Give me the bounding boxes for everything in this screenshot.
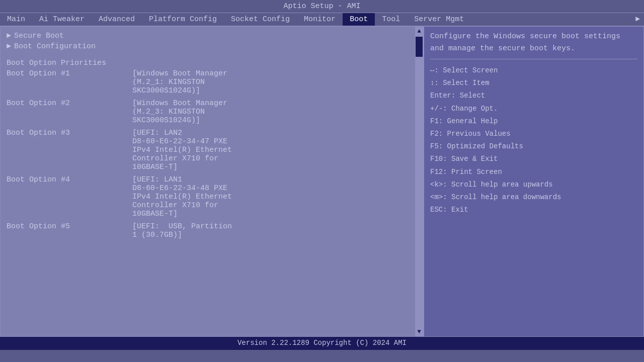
- key-help-item-1: ↕: Select Item: [430, 77, 637, 89]
- menu-label-1: Boot Configuration: [14, 42, 96, 51]
- boot-option-row-4[interactable]: Boot Option #5[UEFI: USB, Partition 1 (3…: [7, 222, 407, 239]
- key-help: ↔: Select Screen↕: Select ItemEnter: Sel…: [430, 64, 637, 216]
- boot-option-label-4: Boot Option #5: [7, 222, 132, 231]
- boot-option-label-3: Boot Option #4: [7, 175, 132, 184]
- boot-option-value-1: [Windows Boot Manager (M.2_3: KINGSTON S…: [132, 99, 407, 125]
- menu-label-0: Secure Boot: [14, 32, 64, 40]
- boot-option-label-0: Boot Option #1: [7, 69, 132, 78]
- nav-item-monitor[interactable]: Monitor: [297, 13, 343, 26]
- key-help-item-8: F12: Print Screen: [430, 166, 637, 178]
- key-help-item-4: F1: General Help: [430, 115, 637, 128]
- scrollbar: ▲ ▼: [415, 27, 423, 336]
- boot-option-label-1: Boot Option #2: [7, 99, 132, 108]
- menu-item-1[interactable]: ►Boot Configuration: [7, 41, 407, 52]
- key-help-item-0: ↔: Select Screen: [430, 64, 637, 77]
- footer: Version 2.22.1289 Copyright (C) 2024 AMI: [0, 337, 644, 350]
- nav-item-socket-config[interactable]: Socket Config: [224, 13, 297, 26]
- key-help-item-3: +/-: Change Opt.: [430, 103, 637, 115]
- menu-item-0[interactable]: ►Secure Boot: [7, 31, 407, 41]
- key-help-item-2: Enter: Select: [430, 89, 637, 102]
- key-help-item-9: <k>: Scroll help area upwards: [430, 178, 637, 191]
- boot-option-row-2[interactable]: Boot Option #3[UEFI: LAN2 D8-60-E6-22-34…: [7, 129, 407, 171]
- boot-option-row-1[interactable]: Boot Option #2[Windows Boot Manager (M.2…: [7, 99, 407, 125]
- nav-item-platform-config[interactable]: Platform Config: [142, 13, 224, 26]
- key-help-item-10: <m>: Scroll help area downwards: [430, 191, 637, 204]
- main-container: ►Secure Boot►Boot Configuration Boot Opt…: [0, 26, 644, 337]
- boot-option-label-2: Boot Option #3: [7, 129, 132, 137]
- boot-option-value-3: [UEFI: LAN1 D8-60-E6-22-34-48 PXE IPv4 I…: [132, 175, 407, 218]
- key-help-item-11: ESC: Exit: [430, 204, 637, 216]
- nav-item-main[interactable]: Main: [0, 13, 32, 26]
- left-panel: ►Secure Boot►Boot Configuration Boot Opt…: [1, 27, 423, 336]
- title-bar: Aptio Setup - AMI: [0, 0, 644, 13]
- nav-item-boot[interactable]: Boot: [343, 13, 375, 26]
- key-help-item-6: F5: Optimized Defaults: [430, 140, 637, 153]
- scroll-up-arrow[interactable]: ▲: [416, 27, 422, 36]
- nav-more-arrow[interactable]: ►: [631, 13, 644, 26]
- nav-bar: MainAi TweakerAdvancedPlatform ConfigSoc…: [0, 13, 644, 26]
- nav-item-ai-tweaker[interactable]: Ai Tweaker: [32, 13, 92, 26]
- nav-item-server-mgmt[interactable]: Server Mgmt: [407, 13, 471, 26]
- boot-option-value-4: [UEFI: USB, Partition 1 (30.7GB)]: [132, 222, 407, 239]
- menu-arrow-0: ►: [7, 32, 11, 40]
- help-text: Configure the Windows secure boot settin…: [430, 31, 637, 55]
- boot-option-value-2: [UEFI: LAN2 D8-60-E6-22-34-47 PXE IPv4 I…: [132, 129, 407, 171]
- key-help-item-5: F2: Previous Values: [430, 128, 637, 140]
- nav-item-advanced[interactable]: Advanced: [92, 13, 142, 26]
- nav-item-tool[interactable]: Tool: [375, 13, 407, 26]
- boot-option-value-0: [Windows Boot Manager (M.2_1: KINGSTON S…: [132, 69, 407, 95]
- key-help-item-7: F10: Save & Exit: [430, 153, 637, 165]
- boot-option-row-0[interactable]: Boot Option #1[Windows Boot Manager (M.2…: [7, 69, 407, 95]
- boot-option-row-3[interactable]: Boot Option #4[UEFI: LAN1 D8-60-E6-22-34…: [7, 175, 407, 218]
- section-header: Boot Option Priorities: [7, 59, 407, 67]
- right-panel: Configure the Windows secure boot settin…: [423, 27, 643, 336]
- menu-arrow-1: ►: [7, 42, 11, 51]
- scroll-thumb[interactable]: [416, 37, 423, 57]
- scroll-down-arrow[interactable]: ▼: [416, 327, 422, 336]
